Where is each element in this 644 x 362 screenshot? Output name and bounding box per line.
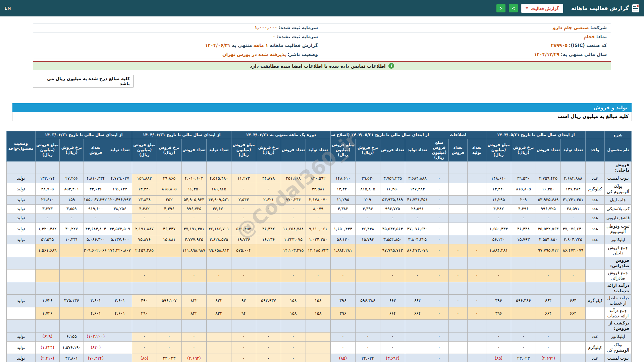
header-group-row: شرحاز ابتدای سال مالی تا تاریخ ۱۴۰۴/۰۵/۳… xyxy=(6,131,631,139)
value-cell: ۴۶,۴۴۸ xyxy=(355,223,380,235)
value-cell: ۸۶,۴۷۳,۰۷۹ xyxy=(405,244,430,257)
value-cell: ۰ xyxy=(231,332,256,341)
empty-cell xyxy=(586,320,605,333)
value-cell: ۸۵۳,۴۰۱ xyxy=(59,183,84,196)
value-cell xyxy=(448,235,467,244)
value-cell: (۸۵) xyxy=(132,354,157,362)
status-cell xyxy=(6,282,35,295)
value-cell: ۰ xyxy=(561,214,586,223)
value-cell: ۰ xyxy=(206,269,231,282)
value-cell xyxy=(511,269,536,282)
empty-cell xyxy=(108,320,132,333)
empty-cell xyxy=(330,257,355,269)
value-cell: ۰ xyxy=(448,269,467,282)
product-name-cell: تیوب لمینیت xyxy=(605,354,632,362)
value-cell xyxy=(467,204,486,214)
value-cell: ۰ xyxy=(231,354,256,362)
sub-column-header: نرخ فروش (ریال) xyxy=(59,139,84,161)
status-cell: تولید xyxy=(6,295,35,307)
sub-column-header: تعداد فروش xyxy=(84,139,108,161)
product-name-cell: تیوب وقوطی آلومینیوم xyxy=(605,223,632,235)
value-cell: ۲۷,۴۵۶ xyxy=(59,174,84,183)
empty-cell xyxy=(561,257,586,269)
value-cell xyxy=(59,269,84,282)
value-cell xyxy=(448,183,467,196)
value-cell: ۲,۶۲۱ xyxy=(256,195,281,204)
value-cell: ۸۱۵,۸۰۵ xyxy=(157,183,181,196)
nav-back-button[interactable]: < xyxy=(496,4,505,12)
value-cell xyxy=(467,223,486,235)
group-header: از ابتدای سال مالی تا تاریخ ۱۴۰۳/۰۶/۳۱ xyxy=(35,131,132,139)
info-label: سال مالی منتهی به: xyxy=(561,52,607,57)
value-cell: ۱۵۹,۸۸۲ xyxy=(132,174,157,183)
value-cell xyxy=(206,341,231,354)
value-cell xyxy=(467,195,486,204)
sub-column-header: نرخ فروش (ریال) xyxy=(157,139,181,161)
group-header: از ابتدای سال مالی تا تاریخ ۱۴۰۴/۰۵/۳۱ (… xyxy=(330,131,430,139)
empty-cell xyxy=(405,320,430,333)
value-cell: ۴,۳۹۶ xyxy=(355,204,380,214)
info-label: کد صنعت (ISIC): xyxy=(569,43,607,48)
value-cell: ۵۴,۹۰۵,۹۳۳ xyxy=(181,195,206,204)
empty-cell xyxy=(536,282,561,295)
product-name-cell: جمع فروش داخلی xyxy=(605,244,632,257)
empty-cell xyxy=(35,282,59,295)
nav-forward-button[interactable]: > xyxy=(509,4,518,12)
value-cell xyxy=(561,354,586,362)
value-cell xyxy=(448,354,467,362)
value-cell: ۴۴,۸۷۸ xyxy=(256,174,281,183)
product-name-cell: پولک آلومینیوم کی xyxy=(605,183,632,196)
unit-cell: عدد xyxy=(586,195,605,204)
value-cell: ۴,۶۰۱ xyxy=(108,295,132,307)
value-cell: ۸۱۵,۸۰۵ xyxy=(511,183,536,196)
value-cell: ۳,۵۵۴,۸۵۰ xyxy=(380,235,405,244)
value-cell: ۰ xyxy=(511,341,536,354)
value-cell: ۲۴,۶۱۰ xyxy=(35,195,59,204)
empty-cell xyxy=(231,257,256,269)
value-cell xyxy=(561,341,586,354)
value-cell: ۳۰,۲۲۷ xyxy=(59,223,84,235)
value-cell: ۴,۰۱۰,۶۰۳ xyxy=(181,174,206,183)
report-type-dropdown[interactable]: گزارش فعالیت xyxy=(521,4,563,13)
value-cell: ۰ xyxy=(448,295,467,307)
sub-column-header: نرخ فروش (ریال) xyxy=(511,139,536,161)
product-name-cell: جمع درآمد ارائه خدمات xyxy=(605,307,632,320)
empty-cell xyxy=(330,282,355,295)
value-cell: ۹۴ xyxy=(231,307,256,320)
empty-cell xyxy=(405,257,430,269)
empty-cell xyxy=(486,257,511,269)
value-cell: ۳۵,۵۳۲,۵۶۳ xyxy=(380,223,405,235)
sub-column-header: مبلغ فروش (میلیون ریال) xyxy=(35,139,59,161)
value-cell: ۰ xyxy=(486,341,511,354)
language-toggle[interactable]: EN xyxy=(5,6,11,11)
value-cell: ۶۶۴ xyxy=(561,295,586,307)
value-cell xyxy=(157,269,181,282)
empty-cell xyxy=(511,257,536,269)
sub-column-header: مبلغ فروش (میلیون ریال) xyxy=(486,139,511,161)
value-cell: ۳,۶۸۴,۸۸۸ xyxy=(405,174,430,183)
product-name-cell: جمع فروش صادراتی xyxy=(605,269,632,282)
value-cell: ۱۶,۱۳۶ xyxy=(256,235,281,244)
value-cell xyxy=(157,307,181,320)
value-cell: (۳,۶۹۲) xyxy=(536,354,561,362)
value-cell: ۸۲۲ xyxy=(181,307,206,320)
value-cell: ۰ xyxy=(281,214,306,223)
value-cell: ۱۳,۱۸۵,۷۳۳ xyxy=(306,244,330,257)
value-cell xyxy=(108,269,132,282)
empty-cell xyxy=(181,257,206,269)
value-cell xyxy=(467,354,486,362)
value-cell: ۵۹۶,۳۸۶ xyxy=(355,295,380,307)
info-label: نماد: xyxy=(596,34,607,39)
value-cell: ۸,۰۷۹ xyxy=(306,204,330,214)
empty-cell xyxy=(306,257,330,269)
value-cell xyxy=(467,174,486,183)
value-cell: ۰ xyxy=(231,269,256,282)
value-cell: ۰ xyxy=(380,341,405,354)
value-cell: ۳۹,۸۶۵ xyxy=(157,174,181,183)
value-cell xyxy=(256,269,281,282)
value-cell: ۰ xyxy=(330,341,355,354)
value-cell: ۰ xyxy=(157,341,181,354)
value-cell: ۰ xyxy=(132,332,157,341)
value-cell: (۱,۳۲۴) xyxy=(35,341,59,354)
empty-cell xyxy=(511,282,536,295)
